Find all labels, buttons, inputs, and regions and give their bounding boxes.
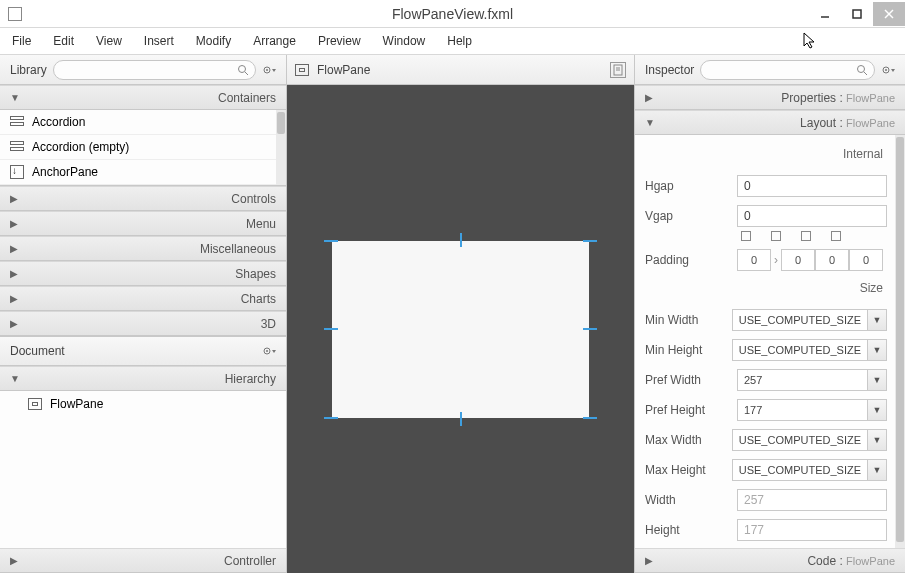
artboard-flowpane[interactable] bbox=[332, 241, 589, 418]
width-display: 257 bbox=[737, 489, 887, 511]
chevron-down-icon: ▼ bbox=[10, 92, 24, 103]
chevron-down-icon[interactable]: ▼ bbox=[867, 339, 887, 361]
chevron-down-icon[interactable]: ▼ bbox=[867, 369, 887, 391]
padding-top-input[interactable]: 0 bbox=[737, 249, 771, 271]
section-controls[interactable]: ▶Controls bbox=[0, 186, 286, 211]
search-icon bbox=[237, 64, 249, 76]
padding-left-input[interactable]: 0 bbox=[849, 249, 883, 271]
svg-point-13 bbox=[858, 65, 865, 72]
section-containers[interactable]: ▼ Containers bbox=[0, 85, 286, 110]
section-3d[interactable]: ▶3D bbox=[0, 311, 286, 336]
subheading-size: Size bbox=[645, 275, 887, 305]
accordion-icon bbox=[10, 141, 24, 153]
minheight-combo[interactable]: USE_COMPUTED_SIZE▼ bbox=[732, 339, 887, 361]
svg-point-9 bbox=[266, 350, 268, 352]
section-menu[interactable]: ▶Menu bbox=[0, 211, 286, 236]
resize-handle[interactable] bbox=[583, 417, 597, 419]
app-icon bbox=[8, 7, 22, 21]
chevron-down-icon[interactable]: ▼ bbox=[867, 459, 887, 481]
menu-help[interactable]: Help bbox=[447, 34, 472, 48]
row-hgap: Hgap 0 bbox=[645, 171, 887, 201]
anchorpane-icon bbox=[10, 165, 24, 179]
height-display: 177 bbox=[737, 519, 887, 541]
svg-point-7 bbox=[266, 69, 268, 71]
maxheight-combo[interactable]: USE_COMPUTED_SIZE▼ bbox=[732, 459, 887, 481]
chevron-down-icon: ▼ bbox=[645, 117, 659, 128]
minwidth-combo[interactable]: USE_COMPUTED_SIZE▼ bbox=[732, 309, 887, 331]
chevron-right-icon: ▶ bbox=[645, 92, 659, 103]
flowpane-icon bbox=[28, 398, 42, 410]
chevron-down-icon[interactable]: ▼ bbox=[867, 399, 887, 421]
minimize-button[interactable] bbox=[809, 2, 841, 26]
resize-handle[interactable] bbox=[583, 240, 597, 242]
document-header: Document bbox=[0, 336, 286, 366]
css-analyzer-button[interactable] bbox=[610, 62, 626, 78]
titlebar: FlowPaneView.fxml bbox=[0, 0, 905, 28]
inspector-search[interactable] bbox=[700, 60, 875, 80]
section-charts[interactable]: ▶Charts bbox=[0, 286, 286, 311]
menu-arrange[interactable]: Arrange bbox=[253, 34, 296, 48]
menu-modify[interactable]: Modify bbox=[196, 34, 231, 48]
prefheight-combo[interactable]: 177▼ bbox=[737, 399, 887, 421]
menu-window[interactable]: Window bbox=[383, 34, 426, 48]
subheading-internal: Internal bbox=[645, 141, 887, 171]
padding-right-input[interactable]: 0 bbox=[781, 249, 815, 271]
resize-handle[interactable] bbox=[583, 328, 597, 330]
chevron-down-icon[interactable]: ▼ bbox=[867, 309, 887, 331]
section-shapes[interactable]: ▶Shapes bbox=[0, 261, 286, 286]
section-layout[interactable]: ▼ Layout : FlowPane bbox=[635, 110, 905, 135]
chevron-right-icon: ▶ bbox=[10, 243, 24, 254]
canvas[interactable] bbox=[287, 85, 634, 573]
section-properties[interactable]: ▶ Properties : FlowPane bbox=[635, 85, 905, 110]
library-header: Library bbox=[0, 55, 286, 85]
resize-handle[interactable] bbox=[324, 240, 338, 242]
lib-item-accordion[interactable]: Accordion bbox=[0, 110, 286, 135]
document-menu-button[interactable] bbox=[262, 344, 280, 358]
document-title: Document bbox=[10, 344, 65, 358]
chevron-right-icon: ▶ bbox=[10, 293, 24, 304]
chevron-right-icon: ▶ bbox=[10, 268, 24, 279]
content-header: FlowPane bbox=[287, 55, 634, 85]
svg-rect-1 bbox=[853, 10, 861, 18]
tree-node-flowpane[interactable]: FlowPane bbox=[0, 391, 286, 417]
section-hierarchy[interactable]: ▼Hierarchy bbox=[0, 366, 286, 391]
inspector-menu-button[interactable] bbox=[881, 63, 899, 77]
section-controller[interactable]: ▶Controller bbox=[0, 548, 286, 573]
chevron-down-icon[interactable]: ▼ bbox=[867, 429, 887, 451]
resize-handle[interactable] bbox=[460, 233, 462, 247]
chevron-right-icon: ▶ bbox=[10, 218, 24, 229]
containers-list: Accordion Accordion (empty) AnchorPane bbox=[0, 110, 286, 186]
row-vgap: Vgap 0 bbox=[645, 201, 887, 231]
library-scrollbar[interactable] bbox=[276, 110, 286, 185]
search-icon bbox=[856, 64, 868, 76]
close-button[interactable] bbox=[873, 2, 905, 26]
section-misc[interactable]: ▶Miscellaneous bbox=[0, 236, 286, 261]
menu-edit[interactable]: Edit bbox=[53, 34, 74, 48]
padding-bottom-input[interactable]: 0 bbox=[815, 249, 849, 271]
vgap-input[interactable]: 0 bbox=[737, 205, 887, 227]
svg-point-16 bbox=[885, 69, 887, 71]
menu-file[interactable]: File bbox=[12, 34, 31, 48]
resize-handle[interactable] bbox=[324, 417, 338, 419]
maximize-button[interactable] bbox=[841, 2, 873, 26]
library-menu-button[interactable] bbox=[262, 63, 280, 77]
chevron-down-icon: ▼ bbox=[10, 373, 24, 384]
resize-handle[interactable] bbox=[460, 412, 462, 426]
maxwidth-combo[interactable]: USE_COMPUTED_SIZE▼ bbox=[732, 429, 887, 451]
chevron-right-icon: ▶ bbox=[10, 318, 24, 329]
menu-preview[interactable]: Preview bbox=[318, 34, 361, 48]
menu-insert[interactable]: Insert bbox=[144, 34, 174, 48]
section-code[interactable]: ▶ Code : FlowPane bbox=[635, 548, 905, 573]
lib-item-accordion-empty[interactable]: Accordion (empty) bbox=[0, 135, 286, 160]
breadcrumb[interactable]: FlowPane bbox=[295, 63, 370, 77]
prefwidth-combo[interactable]: 257▼ bbox=[737, 369, 887, 391]
left-panel: Library ▼ Containers Accordion Accordion… bbox=[0, 55, 287, 573]
menu-view[interactable]: View bbox=[96, 34, 122, 48]
document-icon bbox=[612, 64, 624, 76]
library-search[interactable] bbox=[53, 60, 256, 80]
inspector-scrollbar[interactable] bbox=[895, 135, 905, 548]
resize-handle[interactable] bbox=[324, 328, 338, 330]
lib-item-anchorpane[interactable]: AnchorPane bbox=[0, 160, 286, 185]
gear-icon bbox=[881, 63, 895, 77]
hgap-input[interactable]: 0 bbox=[737, 175, 887, 197]
